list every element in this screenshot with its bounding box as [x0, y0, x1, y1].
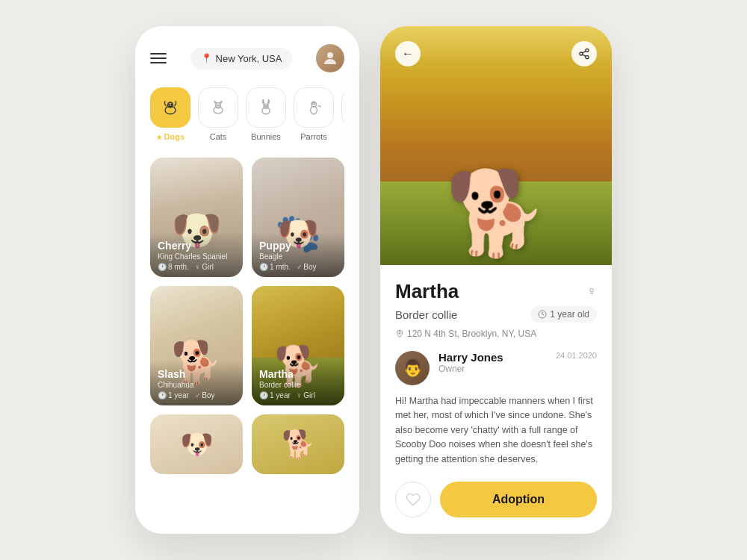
- cherry-meta: 🕐 8 mth. ♀ Girl: [158, 263, 235, 271]
- cats-icon-box: [198, 87, 238, 128]
- category-list: Dogs Cats: [150, 87, 344, 141]
- owner-info: Harry Jones 24.01.2020 Owner: [438, 351, 597, 374]
- detail-body: Martha ♀ Border collie 1 year old: [380, 265, 612, 529]
- location-text: New York, USA: [216, 53, 282, 64]
- pet-card-martha[interactable]: 🐕 Martha Border collie 🕐 1 year ♀ Girl: [252, 286, 344, 405]
- parrots-label: Parrots: [300, 132, 326, 141]
- slash-meta: 🕐 1 year ♂ Boy: [158, 391, 235, 399]
- slash-name: Slash: [158, 368, 235, 381]
- cherry-name: Cherry: [158, 240, 235, 252]
- dogs-label: Dogs: [156, 132, 185, 141]
- pin-icon: 📍: [201, 53, 212, 63]
- cherry-gender: ♀ Girl: [195, 263, 214, 271]
- martha-breed: Border collie: [259, 381, 337, 389]
- puppy-card-overlay: Puppy Beagle 🕐 1 mth. ♂ Boy: [252, 232, 344, 277]
- svg-line-22: [583, 55, 586, 57]
- location-pill[interactable]: 📍 New York, USA: [190, 48, 293, 69]
- rodents-icon-box: [341, 87, 344, 128]
- favorite-button[interactable]: [395, 482, 431, 517]
- share-icon: [578, 48, 590, 60]
- owner-role: Owner: [438, 364, 597, 374]
- svg-point-3: [169, 104, 170, 105]
- puppy-age: 🕐 1 mth.: [259, 263, 291, 271]
- puppy-gender: ♂ Boy: [297, 263, 317, 271]
- detail-location: 120 N 4th St, Brooklyn, NY, USA: [395, 329, 597, 339]
- left-phone: 📍 New York, USA: [135, 26, 359, 534]
- puppy-name: Puppy: [259, 240, 337, 252]
- menu-button[interactable]: [150, 53, 167, 63]
- review-text: Hi! Martha had impeccable manners when I…: [395, 394, 597, 467]
- martha-name: Martha: [259, 368, 337, 381]
- dog-hero-image: 🐕 ←: [380, 26, 612, 265]
- bunnies-label: Bunnies: [251, 132, 281, 141]
- martha-gender: ♀ Girl: [297, 391, 315, 399]
- pet-age: 1 year old: [550, 309, 589, 320]
- cherry-breed: King Charles Spaniel: [158, 252, 235, 261]
- gender-icon: ♀: [587, 284, 598, 299]
- pet-card-partial-1[interactable]: 🐶: [150, 414, 243, 474]
- app-container: 📍 New York, USA: [113, 4, 634, 556]
- slash-gender: ♂ Boy: [195, 391, 215, 399]
- back-arrow-icon: ←: [402, 47, 414, 60]
- owner-date: 24.01.2020: [556, 351, 597, 360]
- pet-location: 120 N 4th St, Brooklyn, NY, USA: [407, 329, 536, 339]
- detail-header-row: Martha ♀: [395, 280, 597, 303]
- pet-card-puppy[interactable]: 🐾 🐶 Puppy Beagle 🕐 1 mth. ♂ Boy: [252, 158, 344, 277]
- adoption-button[interactable]: Adoption: [440, 482, 597, 517]
- slash-age: 🕐 1 year: [158, 391, 189, 399]
- back-button[interactable]: ←: [395, 41, 421, 66]
- right-phone: 🐕 ← Martha ♀: [380, 26, 612, 534]
- owner-avatar: 👨: [395, 351, 430, 385]
- svg-point-0: [327, 52, 333, 58]
- svg-point-13: [311, 106, 317, 114]
- svg-point-19: [586, 49, 589, 52]
- owner-card: 👨 Harry Jones 24.01.2020 Owner: [395, 351, 597, 385]
- svg-point-20: [580, 52, 583, 55]
- svg-point-12: [267, 105, 267, 106]
- svg-point-8: [219, 105, 220, 105]
- cherry-card-overlay: Cherry King Charles Spaniel 🕐 8 mth. ♀ G…: [150, 232, 243, 277]
- pet-card-slash[interactable]: 🐕 Slash Chihuahua 🕐 1 year ♂ Boy: [150, 286, 243, 405]
- pet-grid: 🐶 Cherry King Charles Spaniel 🕐 8 mth. ♀…: [150, 158, 344, 474]
- category-parrots[interactable]: Parrots: [294, 87, 334, 141]
- category-bunnies[interactable]: Bunnies: [246, 87, 286, 141]
- user-avatar[interactable]: [316, 44, 344, 72]
- martha-meta: 🕐 1 year ♀ Girl: [259, 391, 337, 399]
- svg-line-23: [583, 51, 586, 53]
- svg-point-25: [399, 332, 401, 334]
- svg-point-4: [171, 104, 172, 105]
- owner-name: Harry Jones: [438, 351, 503, 364]
- share-button[interactable]: [571, 41, 597, 66]
- svg-point-21: [586, 56, 589, 59]
- bunnies-icon-box: [246, 87, 286, 128]
- puppy-meta: 🕐 1 mth. ♂ Boy: [259, 263, 337, 271]
- clock-icon: [538, 310, 547, 319]
- parrots-icon-box: [294, 87, 334, 128]
- action-row: Adoption: [395, 482, 597, 517]
- category-dogs[interactable]: Dogs: [150, 87, 190, 141]
- svg-point-7: [217, 105, 217, 105]
- slash-card-overlay: Slash Chihuahua 🕐 1 year ♂ Boy: [150, 361, 243, 405]
- svg-point-11: [264, 105, 265, 106]
- cherry-age: 🕐 8 mth.: [158, 263, 189, 271]
- pet-detail-name: Martha: [395, 280, 459, 303]
- svg-point-16: [314, 104, 315, 105]
- heart-icon: [406, 492, 421, 507]
- svg-point-15: [312, 104, 313, 105]
- puppy-breed: Beagle: [259, 252, 337, 261]
- pet-card-cherry[interactable]: 🐶 Cherry King Charles Spaniel 🕐 8 mth. ♀…: [150, 158, 243, 277]
- phone-header: 📍 New York, USA: [150, 44, 344, 72]
- dogs-icon-box: [150, 87, 190, 128]
- pet-card-partial-2[interactable]: 🐕: [252, 414, 344, 474]
- cats-label: Cats: [210, 132, 227, 141]
- pet-detail-breed: Border collie: [395, 308, 457, 321]
- breed-age-row: Border collie 1 year old: [395, 306, 597, 323]
- martha-card-overlay: Martha Border collie 🕐 1 year ♀ Girl: [252, 361, 344, 405]
- martha-age: 🕐 1 year: [259, 391, 291, 399]
- slash-breed: Chihuahua: [158, 381, 235, 389]
- category-cats[interactable]: Cats: [198, 87, 238, 141]
- owner-name-row: Harry Jones 24.01.2020: [438, 351, 597, 364]
- category-rodents[interactable]: Ro...: [341, 87, 344, 141]
- age-badge: 1 year old: [530, 306, 597, 323]
- location-icon: [395, 329, 404, 338]
